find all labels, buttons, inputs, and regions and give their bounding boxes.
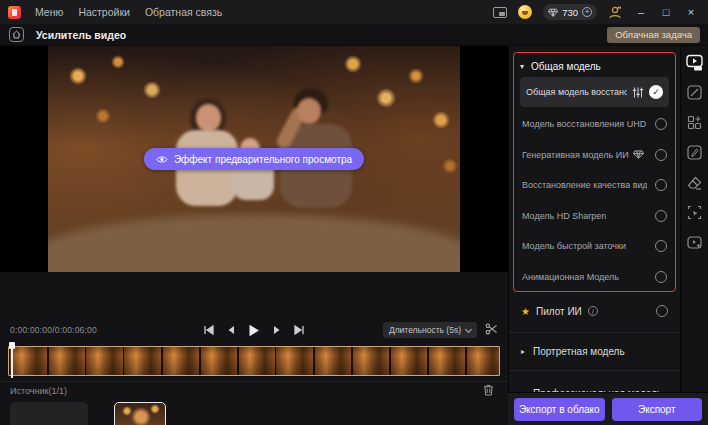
- radio-icon[interactable]: [655, 271, 667, 283]
- source-thumbnail[interactable]: 1728*1080(2X Высо... family...eo.mp4 ···: [114, 402, 166, 425]
- model-option-hd-sharpen[interactable]: Модель HD Sharpen: [520, 201, 669, 232]
- radio-icon[interactable]: [655, 149, 667, 161]
- close-button[interactable]: ×: [684, 0, 698, 24]
- crown-icon: [618, 6, 622, 9]
- home-icon: [12, 30, 21, 39]
- plus-icon: +: [43, 420, 54, 425]
- timeline-playhead[interactable]: [8, 342, 17, 378]
- diamond-icon: [548, 8, 558, 17]
- group-title: Общая модель: [531, 61, 601, 72]
- prev-frame-button[interactable]: [227, 325, 235, 335]
- general-model-group: ▾ Общая модель Общая модель восстановлен…: [513, 52, 676, 292]
- radio-checked-icon: ✓: [649, 85, 663, 99]
- source-count-label: Источник(1/1): [10, 386, 67, 396]
- model-settings-icon[interactable]: [632, 87, 644, 98]
- tool-add-video[interactable]: [686, 234, 703, 251]
- menu-bar: Меню Настройки Обратная связь: [35, 6, 222, 18]
- add-source-button[interactable]: +: [10, 402, 88, 425]
- preview-effect-button[interactable]: Эффект предварительного просмотра: [144, 148, 364, 170]
- source-divider: [0, 381, 508, 382]
- model-option-animation[interactable]: Анимационная Модель: [520, 262, 669, 293]
- next-frame-button[interactable]: [273, 325, 281, 335]
- info-icon[interactable]: i: [588, 306, 598, 316]
- radio-icon[interactable]: [656, 305, 668, 317]
- timecode: 0:00:00:00/0:00:06:00: [10, 325, 97, 335]
- selected-model-label: Общая модель восстановления: [526, 87, 627, 97]
- eye-icon: [156, 155, 168, 164]
- tool-video-enhancer-active[interactable]: [686, 54, 703, 71]
- app-window: Меню Настройки Обратная связь 730 +: [0, 0, 708, 425]
- skip-end-button[interactable]: [294, 325, 305, 335]
- tool-watermark-eraser[interactable]: [686, 174, 703, 191]
- menu-item-feedback[interactable]: Обратная связь: [145, 6, 222, 18]
- panel-divider: [509, 370, 681, 371]
- export-to-cloud-button[interactable]: Экспорт в облако: [514, 398, 605, 421]
- model-option-selected[interactable]: Общая модель восстановления ✓: [520, 77, 669, 107]
- app-logo-icon: [8, 6, 21, 19]
- titlebar: Меню Настройки Обратная связь 730 +: [0, 0, 708, 24]
- radio-icon[interactable]: [655, 240, 667, 252]
- controls-right: Длительность (5s): [383, 321, 508, 339]
- model-option-generative-ai[interactable]: Генеративная модель ИИ: [520, 140, 669, 171]
- model-option-fast-sharpen[interactable]: Модель быстрой заточки: [520, 231, 669, 262]
- delete-source-button[interactable]: [483, 382, 494, 400]
- general-model-group-header[interactable]: ▾ Общая модель: [520, 55, 669, 77]
- credits-pill[interactable]: 730 +: [543, 4, 597, 20]
- model-option-quality-restore[interactable]: Восстановление качества видео: [520, 170, 669, 201]
- play-button[interactable]: [248, 324, 260, 337]
- collapse-arrow-icon: ▾: [520, 62, 524, 71]
- credits-value: 730: [562, 7, 578, 18]
- user-avatar[interactable]: [608, 5, 623, 20]
- panel-divider: [509, 332, 681, 333]
- promo-coin-icon[interactable]: [518, 5, 532, 19]
- trim-scissors-button[interactable]: [485, 321, 498, 339]
- radio-icon[interactable]: [655, 210, 667, 222]
- radio-icon[interactable]: [655, 118, 667, 130]
- expand-arrow-icon: ▸: [521, 347, 525, 356]
- playback-controls: 0:00:00:00/0:00:06:00: [0, 318, 508, 342]
- cloud-task-button[interactable]: Облачная задача: [607, 27, 700, 43]
- tool-frame-interpolation[interactable]: [686, 84, 703, 101]
- timeline-filmstrip[interactable]: [8, 346, 500, 376]
- preview-effect-label: Эффект предварительного просмотра: [174, 154, 352, 165]
- titlebar-right: 730 + – □ ×: [493, 0, 708, 24]
- scissors-icon: [485, 323, 498, 335]
- timeline: [8, 344, 500, 376]
- radio-icon[interactable]: [655, 179, 667, 191]
- tool-edit[interactable]: [686, 144, 703, 161]
- duration-dropdown-value: Длительность (5s): [389, 325, 461, 335]
- duration-dropdown[interactable]: Длительность (5s): [383, 322, 477, 338]
- add-credits-icon[interactable]: +: [582, 7, 592, 17]
- header-bar: Усилитель видео Облачная задача: [0, 24, 708, 46]
- models-panel: ▾ Общая модель Общая модель восстановлен…: [508, 46, 680, 425]
- user-icon: [608, 5, 623, 20]
- mini-window-icon[interactable]: [493, 7, 507, 18]
- model-option-ai-pilot[interactable]: ★ Пилот ИИ i: [513, 300, 676, 322]
- model-option-uhd[interactable]: Модель восстановления UHD: [520, 109, 669, 140]
- diamond-icon: [633, 150, 644, 159]
- maximize-button[interactable]: □: [659, 0, 673, 24]
- page-title: Усилитель видео: [36, 29, 126, 41]
- skip-start-button[interactable]: [203, 325, 214, 335]
- portrait-model-group[interactable]: ▸ Портретная модель: [513, 340, 676, 362]
- star-icon: ★: [521, 306, 530, 317]
- video-preview-area: Эффект предварительного просмотра: [0, 46, 508, 272]
- menu-item-menu[interactable]: Меню: [35, 6, 63, 18]
- left-workspace: Эффект предварительного просмотра 0:00:0…: [0, 46, 508, 425]
- export-button[interactable]: Экспорт: [612, 398, 703, 421]
- export-bar: Экспорт в облако Экспорт: [508, 392, 708, 425]
- minimize-button[interactable]: –: [634, 0, 648, 24]
- source-header: Источник(1/1): [0, 384, 508, 398]
- tool-batch-add[interactable]: [686, 114, 703, 131]
- tool-magic-select[interactable]: [686, 204, 703, 221]
- right-toolbar: [680, 46, 708, 392]
- transport-controls: [203, 324, 305, 337]
- trash-icon: [483, 384, 494, 396]
- chevron-down-icon: [465, 325, 472, 332]
- home-button[interactable]: [9, 27, 24, 42]
- menu-item-settings[interactable]: Настройки: [78, 6, 130, 18]
- video-scene-bed: [48, 214, 460, 272]
